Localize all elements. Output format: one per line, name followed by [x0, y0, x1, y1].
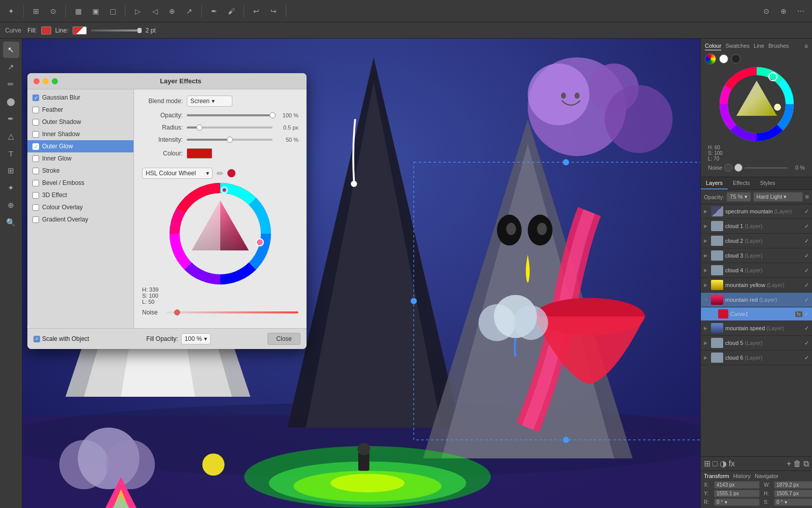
close-window-btn[interactable]	[33, 78, 40, 84]
transform-tab[interactable]: Transform	[704, 473, 729, 479]
close-dialog-btn[interactable]: Close	[267, 333, 300, 345]
effect-item-gradient-overlay[interactable]: Gradient Overlay	[27, 213, 133, 226]
history-tab[interactable]: History	[733, 473, 751, 479]
outer-glow-checkbox[interactable]: ✓	[32, 143, 39, 150]
layer-expand-arrow[interactable]: ▶	[704, 253, 709, 258]
color-mode-dropdown[interactable]: HSL Colour Wheel ▾	[142, 168, 213, 179]
layer-item-cloud2[interactable]: ▶ cloud 2 (Layer) ✓	[701, 234, 812, 248]
effect-item-stroke[interactable]: Stroke	[27, 165, 133, 177]
layer-item-mountain-yellow[interactable]: ▶ mountain yellow (Layer) ✓	[701, 278, 812, 293]
noise-btn-right[interactable]	[734, 164, 742, 172]
canvas-area[interactable]: Layer Effects ✓ Gaussian Blur Feather	[22, 39, 700, 508]
h-value[interactable]: 1505.7 px	[774, 490, 812, 497]
effect-item-colour-overlay[interactable]: Colour Overlay	[27, 201, 133, 213]
brushes-tab[interactable]: Brushes	[768, 43, 789, 50]
layer-item-spectrum-mountain[interactable]: ▶ spectrum mountain (Layer) ✓	[701, 204, 812, 219]
r-dropdown[interactable]: 0 ° ▾	[714, 498, 760, 506]
layers-delete-icon[interactable]: 🗑	[793, 459, 801, 468]
layer-expand-arrow[interactable]: ▶	[704, 209, 709, 214]
effect-item-inner-shadow[interactable]: Inner Shadow	[27, 128, 133, 140]
layer-expand-arrow[interactable]: ▶	[704, 282, 709, 288]
layer-visibility[interactable]: ✓	[804, 223, 809, 230]
grid-tool-btn[interactable]: ⊞	[3, 163, 19, 179]
pencil-tool-btn[interactable]: ✏	[3, 76, 19, 92]
colour-tab[interactable]: Colour	[705, 43, 721, 50]
layers-group-icon[interactable]: □	[713, 459, 718, 468]
select-tool-btn[interactable]: ↖	[3, 42, 19, 58]
effect-item-inner-glow[interactable]: Inner Glow	[27, 152, 133, 165]
grid-icon[interactable]: ▦	[71, 4, 85, 18]
null-color-circle[interactable]	[731, 54, 740, 64]
layer-visibility[interactable]: ✓	[804, 252, 809, 259]
layer-expand-arrow[interactable]: ▼	[704, 297, 709, 302]
bevel-checkbox[interactable]	[32, 180, 39, 186]
layer-visibility[interactable]: ✓	[804, 340, 809, 346]
color-wheel-container[interactable]	[170, 183, 271, 284]
layer-item-cloud1[interactable]: ▶ cloud 1 (Layer) ✓	[701, 219, 812, 234]
effect-item-3d[interactable]: 3D Effect	[27, 189, 133, 201]
settings-icon[interactable]: ⊙	[46, 4, 60, 18]
layer-visibility[interactable]: ✓	[804, 208, 809, 215]
effect-item-feather[interactable]: Feather	[27, 104, 133, 116]
export-icon[interactable]: ↗	[182, 4, 196, 18]
minimize-window-btn[interactable]	[43, 78, 49, 84]
x-value[interactable]: 4143 px	[714, 481, 760, 489]
text-tool-btn[interactable]: T	[3, 145, 19, 162]
gaussian-blur-checkbox[interactable]: ✓	[32, 94, 39, 101]
scale-checkbox[interactable]: ✓	[33, 336, 40, 342]
blend-mode-dropdown[interactable]: Screen ▾	[187, 96, 232, 107]
studio-icon[interactable]: ⊙	[759, 4, 773, 18]
swatches-tab[interactable]: Swatches	[725, 43, 750, 50]
feather-checkbox[interactable]	[32, 107, 39, 113]
y-value[interactable]: 1555.1 px	[714, 490, 760, 497]
layer-expand-arrow[interactable]: ▶	[704, 340, 709, 345]
effects-tab-btn[interactable]: Effects	[728, 177, 755, 189]
layer-item-mountain-red[interactable]: ▼ mountain red (Layer) ✓	[701, 293, 812, 307]
select-icon[interactable]: ▣	[88, 4, 103, 18]
layer-visibility[interactable]: ✓	[804, 282, 809, 289]
layer-item-cloud3[interactable]: ▶ cloud 3 (Layer) ✓	[701, 248, 812, 263]
layer-visibility[interactable]: ✓	[804, 238, 809, 244]
zoom-tool-btn[interactable]: 🔍	[3, 214, 19, 231]
layer-visibility[interactable]: ✓	[804, 355, 809, 361]
gradient-overlay-checkbox[interactable]	[32, 216, 39, 223]
redo-icon[interactable]: ↪	[266, 4, 281, 18]
radius-slider[interactable]	[187, 126, 273, 129]
inner-shadow-checkbox[interactable]	[32, 131, 39, 138]
effect-item-outer-glow[interactable]: ✓ Outer Glow	[27, 140, 133, 152]
right-noise-slider[interactable]	[745, 167, 788, 169]
layers-options-icon[interactable]: ≡	[805, 193, 809, 201]
new-doc-icon[interactable]: ⊞	[29, 4, 43, 18]
s-dropdown[interactable]: 0 ° ▾	[774, 498, 812, 506]
pen-icon[interactable]: ✒	[207, 4, 221, 18]
inner-glow-checkbox[interactable]	[32, 155, 39, 162]
layer-expand-arrow[interactable]: ▶	[704, 326, 709, 331]
layers-stack-icon[interactable]: ⊞	[704, 459, 710, 468]
align-right-icon[interactable]: ▷	[130, 4, 145, 18]
line-color-box[interactable]	[73, 26, 87, 35]
undo-icon[interactable]: ↩	[249, 4, 263, 18]
line-width-slider[interactable]	[91, 29, 142, 31]
more-icon[interactable]: ⋯	[794, 4, 808, 18]
fill-color-circle[interactable]	[705, 53, 716, 65]
layer-expand-arrow[interactable]: ▶	[704, 224, 709, 229]
layer-visibility[interactable]: ✓	[804, 267, 809, 274]
layer-visibility[interactable]: ✓	[804, 297, 809, 303]
effect-item-gaussian[interactable]: ✓ Gaussian Blur	[27, 91, 133, 104]
fill-opacity-select[interactable]: 100 % ▾	[181, 333, 211, 344]
w-value[interactable]: 1879.2 px	[774, 481, 812, 489]
brush-icon[interactable]: 🖌	[224, 4, 239, 18]
layers-add-icon[interactable]: +	[787, 459, 791, 468]
maximize-window-btn[interactable]	[52, 78, 58, 84]
effect-item-outer-shadow[interactable]: Outer Shadow	[27, 116, 133, 128]
layer-expand-arrow[interactable]: ▶	[704, 355, 709, 360]
layers-fx-icon[interactable]: fx	[729, 459, 735, 468]
pen-tool-btn[interactable]: ✒	[3, 111, 19, 127]
layer-expand-arrow[interactable]: ▶	[704, 238, 709, 243]
styles-tab[interactable]: Styles	[755, 177, 780, 189]
eyedropper-icon[interactable]: ✏	[217, 169, 223, 178]
stroke-color-circle[interactable]	[719, 54, 728, 64]
layer-expand-arrow[interactable]: ▶	[704, 268, 709, 273]
lasso-icon[interactable]: ▢	[106, 4, 120, 18]
3d-checkbox[interactable]	[32, 192, 39, 199]
